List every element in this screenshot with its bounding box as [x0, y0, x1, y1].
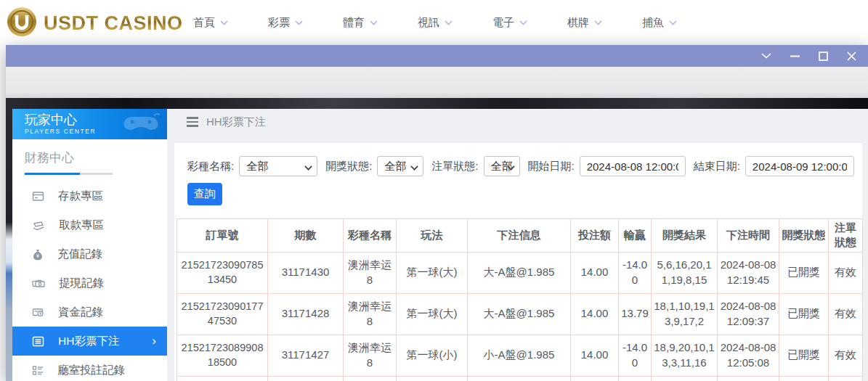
- funds-record-icon: ¥: [32, 306, 44, 318]
- menu-toggle-icon[interactable]: [187, 117, 198, 127]
- chevron-down-icon: [519, 20, 527, 25]
- col-lottery-name: 彩種名稱: [344, 219, 397, 253]
- chevron-down-icon: [761, 53, 771, 59]
- draw-status-select-value: 全部: [384, 160, 406, 173]
- table-header-row: 訂單號 期數 彩種名稱 玩法 下注信息 投注額 輸贏 開獎結果 下注時間 開獎狀…: [177, 219, 863, 253]
- order-status-select-value: 全部: [491, 160, 513, 173]
- draw-status-select[interactable]: 全部: [377, 156, 423, 176]
- sidebar-item-recharge-records[interactable]: ¥ 充值記錄: [12, 239, 167, 269]
- main-content: HH彩票下注 彩種名稱: 全部 開獎狀態: 全部 注單狀: [167, 109, 868, 381]
- end-date-label: 結束日期:: [694, 160, 740, 173]
- nav-item-video[interactable]: 視訊: [418, 16, 453, 30]
- cell-bet-info: 大-A盤@1.985: [468, 293, 571, 335]
- player-center-window: 玩家中心 PLAYERS CENTER 財務中心 存款專區: [6, 45, 868, 381]
- window-collapse-button[interactable]: [760, 50, 772, 62]
- nav-item-label: 彩票: [268, 16, 290, 30]
- cell-lottery-name: 澳洲幸运8: [344, 252, 397, 293]
- nav-item-lottery[interactable]: 彩票: [268, 16, 303, 30]
- sidebar-item-deposit[interactable]: 存款專區: [12, 181, 167, 210]
- cell-bet-time: 2024-08-08 12:05:08: [718, 335, 779, 376]
- cell-draw-result: 18,9,20,10,13,3,11,16: [652, 335, 718, 376]
- col-order-status: 注單狀態: [829, 219, 863, 253]
- bets-table: 訂單號 期數 彩種名稱 玩法 下注信息 投注額 輸贏 開獎結果 下注時間 開獎狀…: [177, 218, 863, 381]
- page-title: HH彩票下注: [206, 115, 266, 129]
- minimize-icon: [790, 55, 800, 57]
- order-status-select[interactable]: 全部: [484, 156, 520, 176]
- cell-draw-result: 18,1,10,19,13,9,17,2: [652, 293, 718, 335]
- cell-issue: 31171428: [268, 293, 344, 335]
- nav-item-home[interactable]: 首頁: [193, 16, 228, 30]
- svg-text:¥: ¥: [39, 311, 42, 316]
- nav-item-fishing[interactable]: 捕魚: [642, 16, 677, 30]
- cell-order-status: 有效: [829, 293, 863, 335]
- start-date-input[interactable]: [580, 156, 686, 176]
- cell-order-id: 2152172309017747530: [177, 293, 268, 335]
- nav-item-sports[interactable]: 體育: [343, 16, 378, 30]
- window-toolbar-area: [6, 67, 868, 98]
- cell-lottery-name: 澳洲幸运8: [344, 293, 397, 335]
- end-date-input[interactable]: [745, 156, 854, 176]
- window-minimize-button[interactable]: [789, 50, 800, 62]
- sidebar-header: 玩家中心 PLAYERS CENTER: [12, 109, 167, 139]
- sidebar-item-label: 存款專區: [58, 189, 103, 204]
- nav-item-label: 電子: [492, 16, 514, 30]
- col-win-loss: 輸贏: [619, 219, 652, 253]
- nav-item-label: 棋牌: [567, 16, 589, 30]
- site-nav-menu: 首頁 彩票 體育 視訊 電子 棋牌: [193, 0, 677, 45]
- close-icon: [847, 52, 856, 61]
- sidebar-item-label: 廳室投註記錄: [57, 363, 125, 378]
- player-center-sidebar: 玩家中心 PLAYERS CENTER 財務中心 存款專區: [12, 109, 167, 381]
- nav-item-cards[interactable]: 棋牌: [567, 16, 602, 30]
- col-draw-result: 開獎結果: [652, 219, 718, 253]
- sidebar-item-label: 充值記錄: [57, 247, 102, 262]
- svg-text:¥: ¥: [36, 253, 39, 258]
- window-maximize-button[interactable]: [817, 50, 829, 62]
- sidebar-item-label: 資金記錄: [58, 305, 103, 320]
- lottery-select[interactable]: 全部: [239, 156, 317, 176]
- query-button[interactable]: 查詢: [187, 183, 222, 205]
- breadcrumb: HH彩票下注: [167, 109, 868, 135]
- col-bet-time: 下注時間: [718, 219, 779, 253]
- col-bet-info: 下注信息: [468, 219, 571, 253]
- nav-item-slots[interactable]: 電子: [492, 16, 527, 30]
- chevron-down-icon: [295, 20, 303, 25]
- section-underline: [25, 173, 113, 175]
- background-page-edge: [6, 98, 12, 381]
- cell-play-type: 第一球(大): [397, 252, 468, 293]
- order-status-select-label: 注單狀態:: [431, 160, 478, 173]
- lottery-select-label: 彩種名稱:: [187, 160, 234, 173]
- sidebar-item-funds-records[interactable]: ¥ 資金記錄: [12, 298, 167, 327]
- sidebar-item-withdrawal-records[interactable]: 提現記錄: [12, 269, 167, 298]
- cell-order-status: 有效: [829, 252, 863, 293]
- cell-play-type: 第一球(大): [397, 293, 468, 335]
- gamepad-icon: [121, 111, 161, 139]
- window-titlebar[interactable]: [6, 45, 868, 67]
- site-logo-text: USDT CASINO: [44, 12, 183, 35]
- col-play-type: 玩法: [397, 219, 468, 253]
- chevron-down-icon: [220, 20, 228, 25]
- cell-bet-amount: 14.00: [571, 252, 619, 293]
- site-navbar: USDT CASINO 首頁 彩票 體育 視訊 電子: [0, 0, 868, 45]
- hall-records-icon: [32, 365, 44, 376]
- cell-issue: 31171427: [268, 335, 344, 376]
- sidebar-item-withdraw[interactable]: 取款專區: [12, 210, 167, 239]
- cell-draw-status: 已開獎: [779, 335, 829, 376]
- cash-note-icon: [32, 277, 45, 289]
- sidebar-item-label: 提現記錄: [59, 276, 104, 291]
- cell-bet-time: 2024-08-08 12:19:45: [718, 252, 779, 293]
- chevron-down-icon: [669, 20, 677, 25]
- sidebar-item-hall-bet-records[interactable]: 廳室投註記錄: [12, 356, 167, 381]
- cell-bet-amount: 14.00: [571, 335, 619, 376]
- filter-bar: 彩種名稱: 全部 開獎狀態: 全部 注單狀態: 全部: [187, 156, 854, 176]
- draw-status-select-label: 開獎狀態:: [325, 160, 372, 173]
- cell-win-loss: 13.79: [619, 293, 652, 335]
- sidebar-item-hh-lottery-bets[interactable]: HH彩票下注 ›: [12, 327, 167, 356]
- sidebar-item-label: 取款專區: [59, 218, 104, 233]
- cell-order-id: 2152172308990818500: [177, 335, 268, 376]
- table-row: 2152172309017747530 31171428 澳洲幸运8 第一球(大…: [177, 293, 863, 335]
- col-order-id: 訂單號: [177, 219, 268, 253]
- window-close-button[interactable]: [845, 50, 857, 62]
- site-logo[interactable]: USDT CASINO: [6, 6, 183, 41]
- table-row: 2152172309078513450 31171430 澳洲幸运8 第一球(大…: [177, 252, 863, 293]
- chevron-down-icon: [445, 20, 453, 25]
